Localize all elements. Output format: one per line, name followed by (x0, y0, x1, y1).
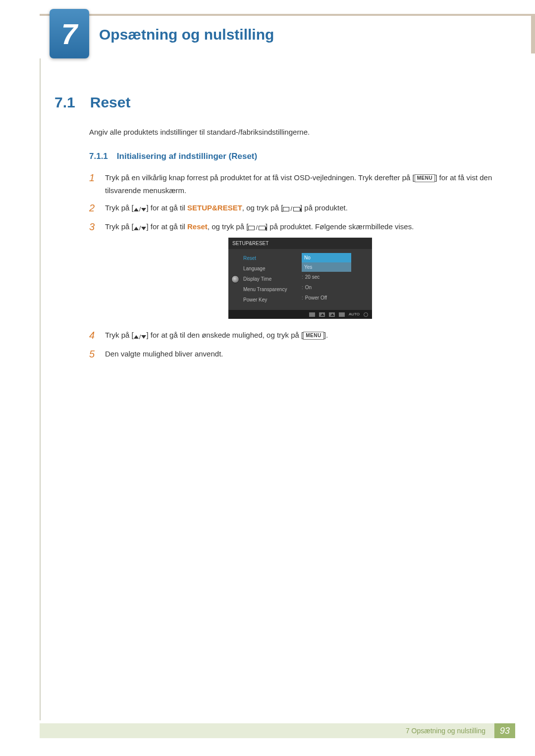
text: ]. (324, 331, 328, 339)
page-number: 93 (494, 723, 515, 738)
osd-footer: AUTO (228, 310, 372, 319)
left-margin-rule (40, 58, 41, 720)
osd-value-row: :Power Off (302, 293, 372, 303)
text: Tryk på en vilkårlig knap forrest på pro… (105, 173, 415, 182)
text: , og tryk på [ (242, 203, 283, 212)
rect-icon (248, 226, 255, 230)
osd-value: On (305, 283, 312, 292)
subsection-number: 7.1.1 (89, 151, 108, 161)
step-number: 3 (89, 220, 97, 233)
section-number: 7.1 (54, 94, 75, 111)
up-down-icon: / (134, 332, 147, 343)
triangle-down-icon (141, 227, 146, 230)
triangle-up-icon (134, 335, 139, 339)
osd-value-row: :20 sec (302, 272, 372, 282)
step-text: Tryk på [/] for at gå til Reset, og tryk… (105, 220, 495, 324)
text: ] på produktet. (300, 203, 348, 212)
knob-icon (231, 275, 239, 283)
section-heading: 7.1 Reset (54, 94, 130, 111)
chapter-title: Opsætning og nulstilling (99, 26, 274, 43)
osd-knob-area (228, 253, 242, 305)
osd-nav-icon (309, 312, 315, 317)
section-title: Reset (90, 94, 131, 111)
step-5: 5 Den valgte mulighed bliver anvendt. (89, 348, 495, 360)
step-text: Tryk på [/] for at gå til SETUP&RESET, o… (105, 202, 495, 215)
step-1: 1 Tryk på en vilkårlig knap forrest på p… (89, 171, 495, 197)
text: Tryk på [ (105, 331, 134, 339)
text: ] for at gå til den ønskede mulighed, og… (146, 331, 303, 339)
header-band: Opsætning og nulstilling (40, 14, 535, 53)
chapter-number-box: 7 (50, 9, 89, 58)
up-down-icon: / (134, 223, 147, 234)
enter-icon: / (283, 203, 300, 214)
rect-icon (283, 207, 289, 211)
enter-icon: / (248, 222, 266, 233)
header-inner: Opsætning og nulstilling (40, 16, 531, 53)
osd-option-no: No (302, 253, 351, 262)
osd-title: SETUP&RESET (228, 238, 372, 249)
text: ] på produktet. Følgende skærmbillede vi… (266, 222, 414, 231)
triangle-down-icon (141, 208, 146, 211)
step-text: Tryk på en vilkårlig knap forrest på pro… (105, 171, 495, 197)
subsection-heading: 7.1.1 Initialisering af indstillinger (R… (89, 151, 257, 161)
osd-nav-icon (319, 312, 325, 317)
text: , og tryk på [ (208, 222, 249, 231)
triangle-down-icon (141, 335, 146, 339)
osd-screenshot: SETUP&RESET Reset Language Display Time … (228, 238, 372, 319)
menu-icon: MENU (303, 332, 323, 340)
chapter-number: 7 (61, 17, 77, 50)
step-text: Den valgte mulighed bliver anvendt. (105, 348, 495, 360)
rect2-icon (259, 226, 266, 230)
osd-value: Power Off (305, 294, 327, 302)
step-number: 2 (89, 202, 97, 214)
osd-option-yes: Yes (302, 262, 351, 272)
keyword: SETUP&RESET (187, 203, 242, 212)
osd-item-power-key: Power Key (243, 295, 302, 305)
osd-body: Reset Language Display Time Menu Transpa… (228, 249, 372, 319)
subsection-title: Initialisering af indstillinger (Reset) (117, 151, 257, 161)
osd-item-reset: Reset (243, 253, 302, 263)
osd-item-language: Language (243, 263, 302, 274)
osd-power-icon (364, 312, 368, 317)
step-2: 2 Tryk på [/] for at gå til SETUP&RESET,… (89, 202, 495, 215)
step-text: Tryk på [/] for at gå til den ønskede mu… (105, 329, 495, 343)
osd-nav-icon (339, 312, 345, 317)
steps-list: 1 Tryk på en vilkårlig knap forrest på p… (89, 171, 495, 365)
step-number: 1 (89, 171, 97, 184)
osd-auto-label: AUTO (349, 311, 360, 318)
text: Tryk på [ (105, 222, 134, 231)
osd-item-menu-transparency: Menu Transparency (243, 284, 302, 295)
step-3: 3 Tryk på [/] for at gå til Reset, og tr… (89, 220, 495, 324)
step-number: 4 (89, 329, 97, 342)
osd-values: No Yes :20 sec :On :Power Off (302, 253, 372, 305)
osd-value-row: :On (302, 282, 372, 293)
triangle-up-icon (134, 208, 139, 211)
osd-item-display-time: Display Time (243, 274, 302, 284)
up-down-icon: / (134, 204, 147, 215)
step-number: 5 (89, 348, 97, 360)
section-intro: Angiv alle produktets indstillinger til … (89, 128, 310, 136)
triangle-up-icon (134, 227, 139, 230)
menu-icon: MENU (415, 174, 435, 182)
osd-nav-icon (329, 312, 335, 317)
osd-value: 20 sec (305, 273, 320, 281)
text: Tryk på [ (105, 203, 134, 212)
osd-menu-list: Reset Language Display Time Menu Transpa… (242, 253, 302, 305)
step-4: 4 Tryk på [/] for at gå til den ønskede … (89, 329, 495, 343)
text: ] for at gå til (146, 203, 187, 212)
text: ] for at gå til (146, 222, 187, 231)
keyword: Reset (187, 222, 208, 231)
footer-label: 7 Opsætning og nulstilling (406, 727, 494, 735)
page-footer: 7 Opsætning og nulstilling 93 (40, 723, 515, 738)
rect2-icon (293, 207, 300, 211)
